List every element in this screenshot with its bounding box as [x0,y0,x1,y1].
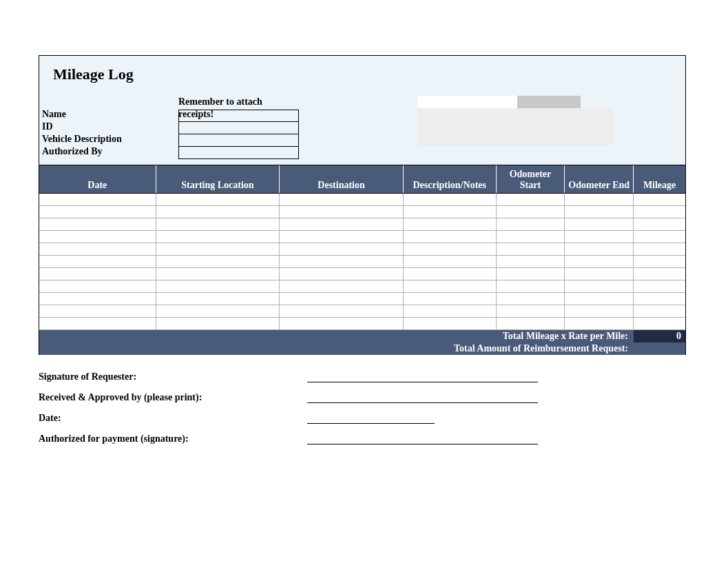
table-cell[interactable] [404,218,497,231]
table-cell[interactable] [39,318,156,330]
table-cell[interactable] [156,305,280,318]
table-cell[interactable] [156,218,280,231]
table-row[interactable] [39,293,685,305]
table-cell[interactable] [565,305,634,318]
table-cell[interactable] [565,218,634,231]
table-cell[interactable] [565,206,634,218]
table-cell[interactable] [634,268,685,280]
table-cell[interactable] [404,256,497,268]
table-row[interactable] [39,280,685,293]
table-cell[interactable] [497,194,565,206]
table-cell[interactable] [404,293,497,305]
table-cell[interactable] [39,268,156,280]
table-row[interactable] [39,194,685,206]
table-cell[interactable] [565,268,634,280]
sig-date-label: Date: [39,413,307,424]
table-cell[interactable] [280,293,404,305]
ghost-block [417,108,613,145]
table-cell[interactable] [39,293,156,305]
table-cell[interactable] [404,280,497,293]
table-cell[interactable] [280,268,404,280]
table-cell[interactable] [39,243,156,256]
table-cell[interactable] [497,268,565,280]
table-cell[interactable] [565,293,634,305]
input-authorized[interactable] [178,147,299,159]
table-cell[interactable] [497,218,565,231]
table-cell[interactable] [404,231,497,243]
table-cell[interactable] [39,256,156,268]
table-cell[interactable] [497,280,565,293]
table-cell[interactable] [634,231,685,243]
table-row[interactable] [39,206,685,218]
label-authorized: Authorized By [41,145,178,158]
table-cell[interactable] [634,305,685,318]
table-row[interactable] [39,256,685,268]
table-cell[interactable] [280,206,404,218]
table-cell[interactable] [156,231,280,243]
table-cell[interactable] [497,305,565,318]
table-cell[interactable] [404,206,497,218]
table-row[interactable] [39,243,685,256]
sig-payment-line[interactable] [307,430,538,444]
table-cell[interactable] [39,218,156,231]
sig-date-line[interactable] [307,409,435,424]
table-cell[interactable] [634,206,685,218]
table-cell[interactable] [634,243,685,256]
table-row[interactable] [39,268,685,280]
sig-requester-line[interactable] [307,368,538,382]
table-cell[interactable] [497,293,565,305]
table-cell[interactable] [497,243,565,256]
table-cell[interactable] [404,268,497,280]
table-cell[interactable] [280,305,404,318]
table-cell[interactable] [280,243,404,256]
table-cell[interactable] [39,305,156,318]
table-cell[interactable] [497,231,565,243]
table-cell[interactable] [497,318,565,330]
sig-approved-line[interactable] [307,389,538,403]
table-cell[interactable] [565,231,634,243]
table-cell[interactable] [39,231,156,243]
table-cell[interactable] [156,268,280,280]
table-cell[interactable] [565,280,634,293]
table-cell[interactable] [280,218,404,231]
table-row[interactable] [39,318,685,330]
table-cell[interactable] [565,243,634,256]
table-cell[interactable] [156,256,280,268]
table-row[interactable] [39,305,685,318]
table-row[interactable] [39,218,685,231]
table-cell[interactable] [280,231,404,243]
table-cell[interactable] [497,256,565,268]
table-cell[interactable] [497,206,565,218]
table-cell[interactable] [404,194,497,206]
table-cell[interactable] [280,318,404,330]
table-cell[interactable] [634,280,685,293]
table-cell[interactable] [156,280,280,293]
col-odometer-start: Odometer Start [497,165,565,193]
table-cell[interactable] [634,318,685,330]
input-vehicle[interactable] [178,134,299,147]
total-rate-label: Total Mileage x Rate per Mile: [39,331,634,342]
table-cell[interactable] [634,194,685,206]
table-cell[interactable] [404,243,497,256]
table-cell[interactable] [156,206,280,218]
table-cell[interactable] [156,194,280,206]
table-cell[interactable] [634,218,685,231]
table-cell[interactable] [404,318,497,330]
table-cell[interactable] [39,280,156,293]
table-cell[interactable] [634,256,685,268]
table-cell[interactable] [565,256,634,268]
table-cell[interactable] [156,293,280,305]
table-cell[interactable] [280,280,404,293]
table-row[interactable] [39,231,685,243]
table-cell[interactable] [565,194,634,206]
table-cell[interactable] [156,243,280,256]
table-cell[interactable] [565,318,634,330]
table-cell[interactable] [280,256,404,268]
table-cell[interactable] [39,206,156,218]
table-cell[interactable] [280,194,404,206]
table-cell[interactable] [39,194,156,206]
table-cell[interactable] [156,318,280,330]
input-id[interactable] [178,122,299,134]
table-cell[interactable] [404,305,497,318]
table-cell[interactable] [634,293,685,305]
